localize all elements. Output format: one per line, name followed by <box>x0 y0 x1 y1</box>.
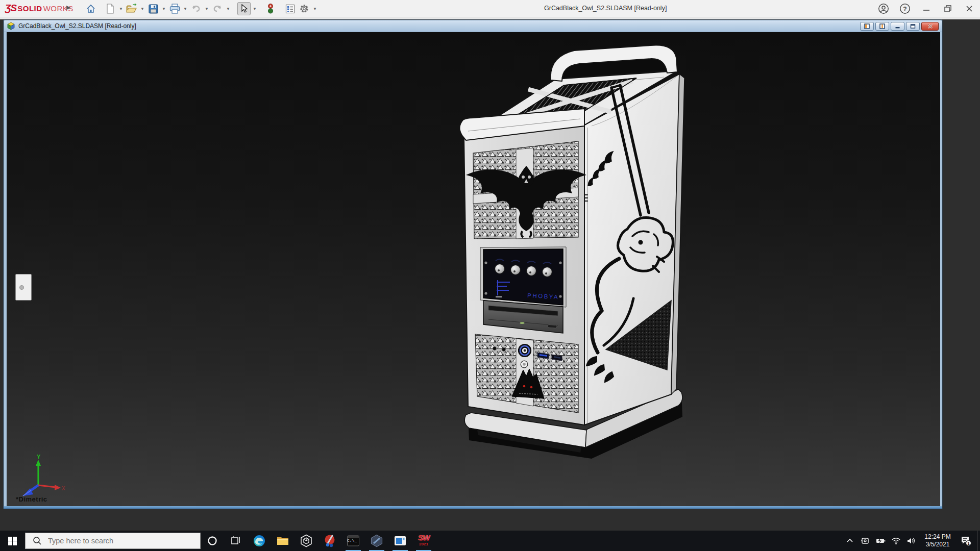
doc-restore-icon <box>910 23 916 29</box>
print-dropdown[interactable]: ▼ <box>182 2 188 15</box>
restore-button[interactable] <box>941 2 954 15</box>
doc-restore-button[interactable] <box>906 22 920 31</box>
open-dropdown[interactable]: ▼ <box>139 2 145 15</box>
taskbar-app-solidworks[interactable]: SW 2021 <box>412 531 435 551</box>
save-button[interactable] <box>146 2 160 15</box>
notification-badge-count: 1 <box>967 541 970 546</box>
doc-close-icon <box>927 23 933 29</box>
assembly-document-icon <box>7 22 15 30</box>
hexagon-tool-icon <box>370 534 383 547</box>
doc-close-button[interactable] <box>921 22 939 31</box>
tray-volume-button[interactable] <box>903 531 919 551</box>
file-explorer-icon <box>276 534 289 547</box>
document-titlebar[interactable]: GrCadBlack_Owl_S2.SLDASM [Read-only] <box>4 20 942 32</box>
taskbar-app-hexagon-tool[interactable] <box>365 531 388 551</box>
graphics-viewport[interactable]: PHOBYA <box>7 32 940 507</box>
open-folder-icon <box>126 4 137 14</box>
doc-pane-left-button[interactable] <box>860 22 874 31</box>
close-icon <box>965 4 974 13</box>
tray-wifi-button[interactable] <box>888 531 903 551</box>
taskbar-app-command-prompt[interactable]: C:\_ <box>341 531 365 551</box>
options-button[interactable] <box>298 2 311 15</box>
print-button[interactable] <box>168 2 181 15</box>
close-button[interactable] <box>963 2 976 15</box>
document-window: GrCadBlack_Owl_S2.SLDASM [Read-only] <box>3 19 943 509</box>
minimize-button[interactable] <box>920 2 933 15</box>
notification-center-button[interactable]: 1 <box>957 531 975 551</box>
undo-dropdown[interactable]: ▼ <box>204 2 210 15</box>
stoplight-icon <box>267 4 274 14</box>
document-title: GrCadBlack_Owl_S2.SLDASM [Read-only] <box>18 22 136 30</box>
select-tool-button[interactable] <box>237 2 251 15</box>
redo-dropdown[interactable]: ▼ <box>225 2 231 15</box>
restore-icon <box>943 4 952 13</box>
red-utility-icon <box>323 534 336 547</box>
undo-icon <box>191 4 201 13</box>
taskbar-app-3d-viewer[interactable] <box>295 531 318 551</box>
new-document-button[interactable] <box>104 2 117 15</box>
clock-time: 12:24 PM <box>919 533 957 541</box>
save-dropdown[interactable]: ▼ <box>161 2 167 15</box>
cortana-icon <box>207 536 217 546</box>
featuremanager-expand-icon <box>19 285 24 290</box>
save-icon <box>149 4 158 14</box>
taskbar-app-photos[interactable] <box>388 531 412 551</box>
rebuild-stoplight-button[interactable] <box>264 2 277 15</box>
notification-icon: 1 <box>960 535 971 546</box>
tray-chevron-button[interactable] <box>842 531 857 551</box>
undo-button[interactable] <box>189 2 203 15</box>
doc-minimize-icon <box>895 23 900 29</box>
wifi-icon <box>891 536 901 545</box>
tray-tablet-button[interactable] <box>857 531 873 551</box>
new-document-dropdown[interactable]: ▼ <box>118 2 124 15</box>
clock-date: 3/5/2021 <box>919 541 957 548</box>
tray-battery-button[interactable] <box>873 531 888 551</box>
account-button[interactable] <box>877 2 890 15</box>
print-icon <box>169 4 180 14</box>
taskbar-search[interactable] <box>25 533 201 549</box>
cortana-button[interactable] <box>201 531 224 551</box>
photos-icon <box>394 534 407 547</box>
search-icon <box>33 536 42 545</box>
taskbar-app-red-utility[interactable] <box>318 531 341 551</box>
featuremanager-collapsed-tab[interactable] <box>15 274 32 300</box>
show-desktop-button[interactable] <box>977 531 980 551</box>
help-icon: ? <box>899 3 911 14</box>
view-orientation-label: *Dimetric <box>16 495 47 503</box>
menu-expand-arrow[interactable]: ▶ <box>66 4 70 11</box>
battery-charging-icon <box>875 536 886 545</box>
app-client-area: GrCadBlack_Owl_S2.SLDASM [Read-only] <box>0 17 980 531</box>
select-cursor-icon <box>240 4 248 13</box>
solidworks-2021-icon: SW 2021 <box>416 533 431 548</box>
task-view-button[interactable] <box>224 531 248 551</box>
doc-pane-split-button[interactable] <box>875 22 889 31</box>
taskbar-app-edge[interactable] <box>248 531 271 551</box>
search-input[interactable] <box>47 536 190 545</box>
options-dropdown[interactable]: ▼ <box>312 2 318 15</box>
doc-minimize-button[interactable] <box>891 22 904 31</box>
open-button[interactable] <box>125 2 138 15</box>
cad-model-render: PHOBYA <box>451 44 691 460</box>
taskbar-app-file-explorer[interactable] <box>271 531 295 551</box>
quick-access-toolbar: ▼ ▼ ▼ ▼ ▼ ▼ ▼ <box>84 0 318 17</box>
select-tool-dropdown[interactable]: ▼ <box>252 2 258 15</box>
windows-logo-icon <box>8 537 17 545</box>
solidworks-logo: ƷS SOLIDWORKS <box>5 3 74 14</box>
home-button[interactable] <box>84 2 97 15</box>
command-prompt-glyph: C:\_ <box>347 538 357 543</box>
tablet-icon <box>861 536 870 545</box>
help-button[interactable]: ? <box>898 2 912 15</box>
system-tray: 12:24 PM 3/5/2021 1 <box>842 531 980 551</box>
taskbar-clock[interactable]: 12:24 PM 3/5/2021 <box>919 533 957 548</box>
gear-icon <box>299 4 309 14</box>
3d-viewer-icon <box>300 534 313 547</box>
start-button[interactable] <box>0 531 24 551</box>
pane-split-icon <box>879 23 885 29</box>
svg-text:?: ? <box>903 6 906 13</box>
new-document-icon <box>106 4 115 14</box>
home-icon <box>86 4 96 14</box>
document-window-bottom-edge <box>4 506 942 509</box>
file-properties-button[interactable] <box>283 2 297 15</box>
minimize-icon <box>922 4 931 13</box>
redo-button[interactable] <box>211 2 224 15</box>
